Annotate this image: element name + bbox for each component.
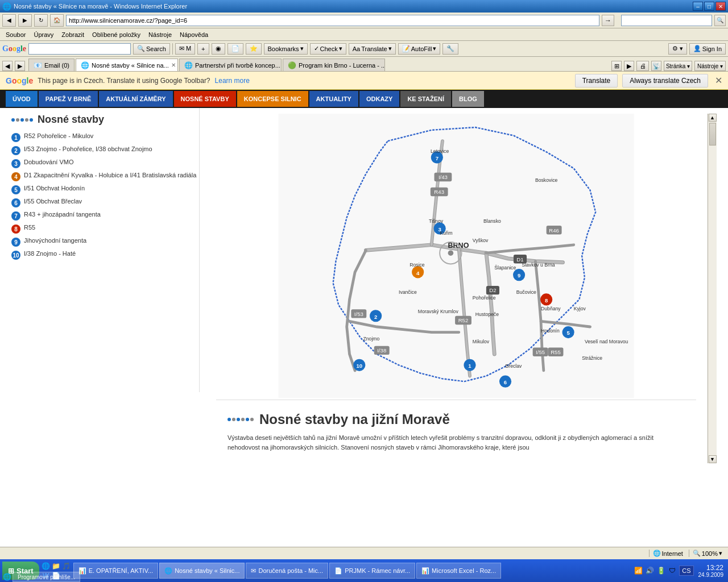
taskbar-item-5[interactable]: 📊 Microsoft Excel - Roz...: [416, 563, 501, 579]
svg-text:Blansko: Blansko: [483, 218, 501, 224]
bottom-dots: [228, 418, 254, 421]
search-input[interactable]: [621, 15, 712, 26]
google-toolbar: Google 🔍 Search ✉ M + ◉ 📄 ⭐ Bookmarks ▾ …: [0, 41, 728, 57]
close-button[interactable]: ✕: [715, 2, 726, 11]
maximize-button[interactable]: □: [704, 2, 714, 11]
address-bar: ◀ ▶ ↻ 🏠 → 🔍: [0, 13, 728, 28]
scroll-up-button[interactable]: ▲: [709, 114, 717, 122]
zoom-dropdown-icon: ▾: [719, 550, 722, 557]
translate-close-button[interactable]: ✕: [715, 75, 722, 86]
nav-nosne[interactable]: NOSNÉ STAVBY: [174, 91, 236, 107]
svg-text:R43: R43: [434, 189, 444, 195]
nav-ke-stazeni[interactable]: KE STAŽENÍ: [400, 91, 451, 107]
dot-1: [11, 118, 15, 122]
translate-button[interactable]: Translate: [575, 74, 618, 88]
ie-icon: 🌐: [2, 2, 11, 11]
language-indicator[interactable]: CS: [679, 566, 693, 576]
refresh-button[interactable]: ↻: [34, 14, 48, 27]
tray-volume-icon[interactable]: 🔊: [645, 566, 654, 575]
nav-papez[interactable]: PAPEŽ V BRNĚ: [39, 91, 98, 107]
taskbar-ie-icon[interactable]: 🌐: [42, 562, 51, 571]
print-button[interactable]: 🖨: [636, 61, 649, 71]
google-search-input[interactable]: [28, 43, 131, 55]
nav-uvod[interactable]: ÚVOD: [6, 91, 38, 107]
minimize-button[interactable]: –: [693, 2, 703, 11]
svg-text:R46: R46: [549, 227, 559, 234]
gmail-button[interactable]: ✉ M: [175, 43, 195, 55]
taskbar-item-2[interactable]: 🌐 Nosné stavby « Silnic...: [159, 563, 245, 579]
status-bar: 🌐 Internet 🔍 100% ▾: [0, 547, 728, 559]
new-tab-button[interactable]: ▶: [624, 61, 634, 71]
scroll-down-button[interactable]: ▼: [709, 455, 717, 463]
toolbar-circle-button[interactable]: ◉: [212, 43, 225, 55]
toolbar-plus-button[interactable]: +: [197, 43, 209, 55]
list-num-5: 5: [11, 185, 20, 194]
nav-blog[interactable]: BLOG: [452, 91, 484, 107]
menu-zobrazit[interactable]: Zobrazit: [58, 30, 88, 39]
right-scrollbar[interactable]: ▲ ▼: [708, 114, 717, 463]
url-input[interactable]: [66, 15, 599, 26]
quick-tabs-button[interactable]: ⊞: [611, 61, 622, 71]
tab-partnerstvi[interactable]: 🌐 Partnerství při tvorbě koncep... ✕: [179, 59, 282, 71]
tab-email[interactable]: 📧 Email (0): [28, 59, 75, 71]
settings-button[interactable]: ⚙ ▾: [668, 43, 687, 55]
svg-text:1: 1: [468, 363, 471, 369]
list-item: 1 R52 Pohořelice - Mikulov: [11, 132, 205, 142]
google-search-button[interactable]: 🔍 Search: [133, 43, 170, 55]
taskbar-item-1[interactable]: 📊 E. OPATŘENÍ, AKTIV...: [73, 563, 159, 579]
check-button[interactable]: ✓ Check ▾: [310, 43, 346, 55]
nastroje-button[interactable]: Nástroje ▾: [694, 61, 726, 71]
tab-prev-button[interactable]: ◀: [2, 61, 13, 71]
taskbar-item-4[interactable]: 📄 PRJMK - Rámec návr...: [329, 563, 415, 579]
browser-content: ÚVOD PAPEŽ V BRNĚ AKTUÁLNÍ ZÁMĚRY NOSNÉ …: [0, 90, 728, 529]
menu-soubor[interactable]: Soubor: [2, 30, 29, 39]
taskbar-icon-row1: 🌐 📁 🎵: [42, 562, 71, 571]
nav-odkazy[interactable]: ODKAZY: [359, 91, 399, 107]
tab-close-button[interactable]: ✕: [171, 62, 176, 68]
menu-nastroje[interactable]: Nástroje: [145, 30, 175, 39]
tray-battery-icon[interactable]: 🔋: [656, 566, 665, 575]
svg-text:9: 9: [518, 272, 520, 278]
taskbar-item-6[interactable]: Programové prohlíše...: [13, 572, 80, 582]
signin-button[interactable]: 👤 Sign In: [689, 43, 726, 55]
toolbar-star-button[interactable]: ⭐: [246, 43, 262, 55]
dots-icon: [11, 118, 33, 122]
taskbar-ie2-icon[interactable]: 🌐: [2, 572, 11, 581]
wrench-button[interactable]: 🔧: [442, 43, 458, 55]
list-num-3: 3: [11, 159, 20, 168]
taskbar-item-3[interactable]: ✉ Doručená pošta - Mic...: [246, 563, 328, 579]
go-button[interactable]: →: [602, 15, 614, 26]
taskbar-folder-icon[interactable]: 📁: [52, 562, 61, 571]
taskbar-media-icon[interactable]: 🎵: [62, 562, 71, 571]
nav-koncepce[interactable]: KONCEPSE SILNIC: [237, 91, 308, 107]
forward-button[interactable]: ▶: [18, 14, 32, 27]
tray-antivirus-icon[interactable]: 🛡: [668, 566, 677, 575]
learn-more-link[interactable]: Learn more: [215, 77, 250, 85]
rss-button[interactable]: 📡: [651, 61, 661, 71]
tab-next-button[interactable]: ▶: [15, 61, 25, 71]
back-button[interactable]: ◀: [2, 14, 16, 27]
zoom-control[interactable]: 🔍 100% ▾: [689, 550, 726, 557]
menu-napoveda[interactable]: Nápověda: [176, 30, 212, 39]
bottom-heading: Nosné stavby na jižní Moravě: [259, 411, 450, 427]
page-content[interactable]: Nosné stavby 1 R52 Pohořelice - Mikulov …: [0, 108, 728, 529]
svg-text:Mikulov: Mikulov: [473, 339, 490, 344]
search-button[interactable]: 🔍: [714, 15, 726, 26]
autofill-button[interactable]: 📝 AutoFill ▾: [398, 43, 441, 55]
translate-toolbar-button[interactable]: Aa Translate ▾: [349, 43, 396, 55]
menu-oblibene[interactable]: Oblíbené položky: [89, 30, 144, 39]
home-button[interactable]: 🏠: [50, 14, 64, 27]
scroll-thumb[interactable]: [709, 123, 716, 146]
tab-nosne[interactable]: 🌐 Nosné stavby « Silnice na... ✕: [76, 59, 178, 71]
stranka-button[interactable]: Stránka ▾: [664, 61, 692, 71]
bookmarks-button[interactable]: Bookmarks ▾: [264, 43, 308, 55]
clock-display[interactable]: 13:22 24.9.2009: [696, 564, 726, 578]
tray-network-icon[interactable]: 📶: [634, 566, 643, 575]
list-item: 8 R55: [11, 224, 205, 234]
always-translate-button[interactable]: Always translate Czech: [622, 74, 708, 88]
nav-aktuality[interactable]: AKTUALITY: [309, 91, 358, 107]
nav-aktualni[interactable]: AKTUÁLNÍ ZÁMĚRY: [99, 91, 172, 107]
menu-upravy[interactable]: Úpravy: [30, 30, 57, 39]
tab-program-kin[interactable]: 🟢 Program kin Brno - Lucerna - ... ✕: [283, 59, 385, 71]
toolbar-pdf-button[interactable]: 📄: [228, 43, 243, 55]
